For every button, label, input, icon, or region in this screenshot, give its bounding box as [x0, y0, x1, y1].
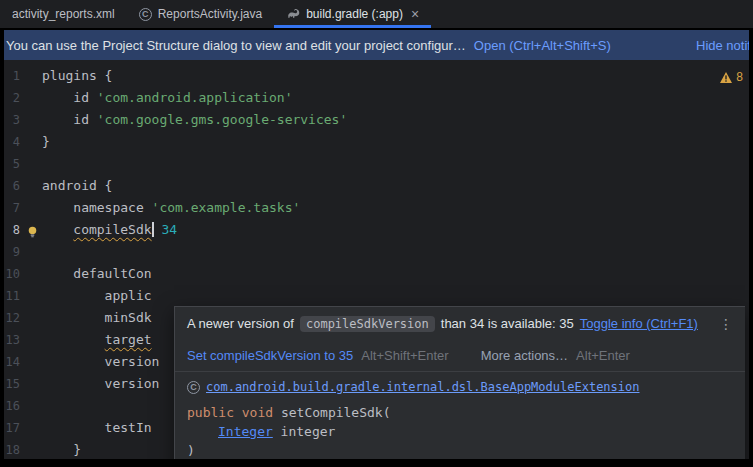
sig-method-name: setCompileSdk( — [273, 405, 390, 420]
popup-menu-icon[interactable]: ⋮ — [719, 316, 733, 332]
line-number[interactable]: 15 — [4, 373, 20, 395]
code-text: } — [20, 439, 81, 459]
code-line[interactable]: 2 id 'com.android.application' — [4, 87, 749, 109]
inspection-widget[interactable]: 8 — [720, 70, 743, 84]
line-number[interactable]: 14 — [4, 351, 20, 373]
code-text: defaultCon — [20, 263, 152, 285]
popup-actions-row: Set compileSdkVersion to 35 Alt+Shift+En… — [175, 340, 745, 372]
popup-header-text: than 34 is available: 35 — [441, 316, 574, 331]
editor-tab-bar: activity_reports.xml ReportsActivity.jav… — [0, 0, 753, 28]
banner-message: You can use the Project Structure dialog… — [6, 38, 466, 53]
more-actions-shortcut: Alt+Enter — [576, 348, 630, 363]
code-line[interactable]: 8 compileSdk 34 — [4, 219, 749, 241]
line-number[interactable]: 9 — [4, 241, 20, 263]
code-line[interactable]: 1plugins { — [4, 65, 749, 87]
line-number[interactable]: 3 — [4, 109, 20, 131]
code-text: version — [20, 373, 159, 395]
code-text: namespace 'com.example.tasks' — [20, 197, 300, 219]
code-text: plugins { — [20, 65, 112, 87]
code-text: } — [20, 131, 50, 153]
class-icon — [187, 381, 200, 394]
sig-keywords: public void — [187, 405, 273, 420]
doc-class-row: com.android.build.gradle.internal.dsl.Ba… — [187, 380, 733, 394]
code-text: testIn — [20, 417, 152, 439]
code-text: id 'com.android.application' — [20, 87, 292, 109]
fix-shortcut: Alt+Shift+Enter — [361, 348, 448, 363]
tab-label: activity_reports.xml — [12, 7, 115, 21]
code-text: version — [20, 351, 159, 373]
warning-count: 8 — [736, 70, 743, 84]
code-text: minSdk — [20, 307, 152, 329]
code-line[interactable]: 3 id 'com.google.gms.google-services' — [4, 109, 749, 131]
line-number[interactable]: 4 — [4, 131, 20, 153]
popup-header-text: A newer version of — [187, 316, 294, 331]
code-text — [20, 153, 42, 175]
line-number[interactable]: 18 — [4, 439, 20, 459]
popup-doc-section: com.android.build.gradle.internal.dsl.Ba… — [175, 372, 745, 459]
line-number[interactable]: 11 — [4, 285, 20, 307]
doc-class-link[interactable]: com.android.build.gradle.internal.dsl.Ba… — [206, 380, 639, 394]
code-text: id 'com.google.gms.google-services' — [20, 109, 347, 131]
set-compilesdk-fix-link[interactable]: Set compileSdkVersion to 35 — [187, 348, 353, 363]
code-line[interactable]: 10 defaultCon — [4, 263, 749, 285]
code-text: android { — [20, 175, 112, 197]
sig-close-paren: ) — [187, 443, 195, 458]
line-number[interactable]: 5 — [4, 153, 20, 175]
code-line[interactable]: 9 — [4, 241, 749, 263]
tab-build-gradle[interactable]: build.gradle (:app) × — [274, 0, 431, 28]
code-line[interactable]: 11 applic — [4, 285, 749, 307]
line-number[interactable]: 12 — [4, 307, 20, 329]
code-text: applic — [20, 285, 152, 307]
popup-header: A newer version of compileSdkVersion tha… — [175, 307, 745, 340]
code-line[interactable]: 7 namespace 'com.example.tasks' — [4, 197, 749, 219]
java-class-icon — [139, 8, 152, 21]
integer-type-link[interactable]: Integer — [218, 424, 273, 439]
method-signature: public void setCompileSdk( Integer integ… — [187, 403, 733, 459]
warning-triangle-icon — [720, 72, 732, 83]
toggle-info-link[interactable]: Toggle info (Ctrl+F1) — [580, 316, 698, 331]
code-text: compileSdk 34 — [20, 219, 177, 241]
line-number[interactable]: 8 — [4, 219, 20, 241]
more-actions-link[interactable]: More actions… — [481, 348, 568, 363]
code-chip-compileSdkVersion: compileSdkVersion — [300, 316, 435, 332]
line-number[interactable]: 17 — [4, 417, 20, 439]
code-editor[interactable]: 1plugins {2 id 'com.android.application'… — [4, 60, 749, 459]
line-number[interactable]: 7 — [4, 197, 20, 219]
tab-label: ReportsActivity.java — [158, 7, 262, 21]
sig-param-name: integer — [273, 424, 336, 439]
quickfix-doc-popup: A newer version of compileSdkVersion tha… — [174, 306, 745, 459]
banner-open-link[interactable]: Open (Ctrl+Alt+Shift+S) — [474, 38, 611, 53]
code-line[interactable]: 6android { — [4, 175, 749, 197]
line-number[interactable]: 2 — [4, 87, 20, 109]
close-icon[interactable]: × — [411, 7, 419, 21]
line-number[interactable]: 10 — [4, 263, 20, 285]
ide-window: activity_reports.xml ReportsActivity.jav… — [0, 0, 753, 467]
code-line[interactable]: 4} — [4, 131, 749, 153]
code-text — [20, 395, 42, 417]
code-text — [20, 241, 42, 263]
line-number[interactable]: 6 — [4, 175, 20, 197]
tab-activity-reports-xml[interactable]: activity_reports.xml — [0, 0, 127, 28]
code-text: target — [20, 329, 152, 351]
line-number[interactable]: 13 — [4, 329, 20, 351]
tab-reports-activity-java[interactable]: ReportsActivity.java — [127, 0, 274, 28]
banner-hide-link[interactable]: Hide notification — [696, 38, 749, 53]
line-number[interactable]: 16 — [4, 395, 20, 417]
tab-label: build.gradle (:app) — [306, 7, 403, 21]
project-structure-banner: You can use the Project Structure dialog… — [4, 30, 749, 60]
code-line[interactable]: 5 — [4, 153, 749, 175]
line-number[interactable]: 1 — [4, 65, 20, 87]
gradle-icon — [286, 7, 300, 21]
